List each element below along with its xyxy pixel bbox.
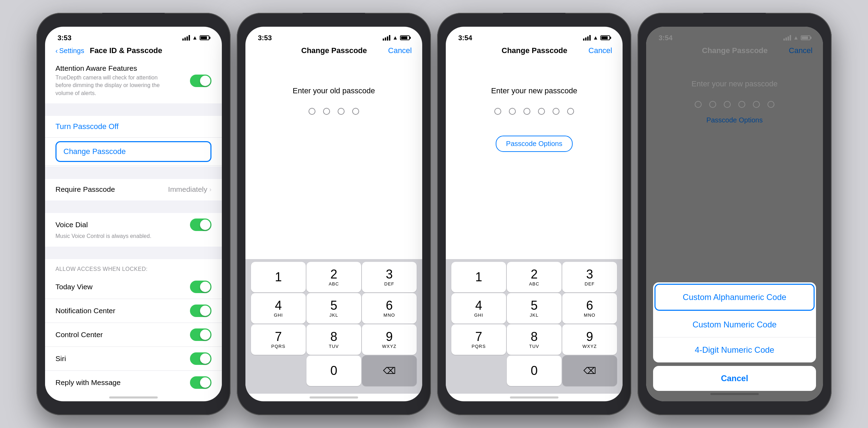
menu-item-4digit[interactable]: 4-Digit Numeric Code	[653, 337, 816, 362]
key-1[interactable]: 1	[451, 262, 506, 292]
key-num: 4	[275, 299, 282, 312]
menu-item-custom-numeric[interactable]: Custom Numeric Code	[653, 312, 816, 337]
key-9[interactable]: 9WXYZ	[562, 324, 617, 355]
key-num: 1	[475, 271, 482, 283]
require-label: Require Passcode	[55, 185, 115, 194]
notification-center-toggle[interactable]	[190, 305, 211, 317]
key-0[interactable]: 0	[306, 356, 361, 386]
keypad-row-2: 4GHI 5JKL 6MNO	[446, 293, 623, 324]
key-8[interactable]: 8TUV	[507, 324, 562, 355]
key-num: 3	[386, 268, 393, 281]
battery-fill-3	[601, 36, 608, 39]
notch-3	[503, 13, 565, 25]
dot	[309, 108, 315, 115]
key-6[interactable]: 6MNO	[562, 293, 617, 324]
cancel-button-3[interactable]: Cancel	[589, 46, 612, 55]
key-num: 5	[531, 299, 538, 312]
home-indicator-3	[510, 396, 558, 399]
menu-cancel-button[interactable]: Cancel	[653, 366, 816, 391]
battery-fill-1	[201, 36, 207, 39]
notch-1	[102, 13, 165, 25]
key-delete[interactable]: ⌫	[362, 356, 417, 386]
notch-2	[303, 13, 365, 25]
row-control-center: Control Center	[45, 323, 222, 347]
key-7[interactable]: 7PQRS	[251, 324, 306, 355]
key-letters: WXYZ	[582, 344, 597, 349]
row-reply-message: Reply with Message	[45, 371, 222, 394]
key-letters: TUV	[529, 344, 539, 349]
key-2[interactable]: 2ABC	[507, 262, 562, 292]
key-empty	[451, 356, 506, 386]
keypad-row-4: 0 ⌫	[245, 356, 422, 386]
change-passcode-link[interactable]: Change Passcode	[55, 141, 211, 162]
time-1: 3:53	[58, 34, 71, 42]
phone-4: 3:54 ▲	[637, 13, 832, 415]
back-button[interactable]: ‹ Settings	[55, 47, 84, 55]
divider-1	[45, 103, 222, 116]
key-0[interactable]: 0	[507, 356, 562, 386]
key-num: 5	[330, 299, 337, 312]
key-letters: DEF	[585, 281, 595, 286]
signal-bar	[182, 38, 184, 41]
row-require-passcode[interactable]: Require Passcode Immediately ›	[45, 179, 222, 200]
signal-bar	[587, 36, 589, 41]
cancel-button-2[interactable]: Cancel	[388, 46, 412, 55]
section-passcode: Turn Passcode Off Change Passcode	[45, 116, 222, 166]
attention-toggle[interactable]	[190, 75, 211, 87]
battery-fill-2	[401, 36, 407, 39]
key-4[interactable]: 4GHI	[451, 293, 506, 324]
key-letters: GHI	[474, 313, 483, 318]
dot	[509, 108, 516, 115]
turn-passcode-off-row[interactable]: Turn Passcode Off	[45, 116, 222, 138]
status-icons-3: ▲	[583, 35, 610, 41]
passcode-options-button-3[interactable]: Passcode Options	[496, 136, 573, 152]
key-3[interactable]: 3DEF	[562, 262, 617, 292]
control-center-toggle[interactable]	[190, 328, 211, 341]
signal-bar	[389, 35, 390, 41]
signal-bar	[186, 36, 188, 41]
key-3[interactable]: 3DEF	[362, 262, 417, 292]
row-content: Attention Aware Features TrueDepth camer…	[55, 64, 173, 97]
key-letters: MNO	[584, 313, 595, 318]
key-letters: GHI	[274, 313, 283, 318]
voice-dial-toggle[interactable]	[190, 219, 211, 231]
key-8[interactable]: 8TUV	[306, 324, 361, 355]
dot	[352, 108, 359, 115]
key-num: 6	[586, 299, 593, 312]
key-5[interactable]: 5JKL	[306, 293, 361, 324]
key-delete[interactable]: ⌫	[562, 356, 617, 386]
siri-toggle[interactable]	[190, 352, 211, 365]
row-siri: Siri	[45, 347, 222, 371]
key-letters: DEF	[384, 281, 394, 286]
dot	[567, 108, 574, 115]
key-5[interactable]: 5JKL	[507, 293, 562, 324]
key-6[interactable]: 6MNO	[362, 293, 417, 324]
passcode-title-2: Change Passcode	[301, 46, 367, 55]
key-1[interactable]: 1	[251, 262, 306, 292]
home-indicator-1	[109, 396, 158, 399]
chevron-icon: ›	[209, 186, 211, 193]
key-7[interactable]: 7PQRS	[451, 324, 506, 355]
key-2[interactable]: 2ABC	[306, 262, 361, 292]
screen-4: 3:54 ▲	[646, 27, 823, 401]
signal-bar	[387, 36, 388, 41]
back-label[interactable]: Settings	[59, 47, 84, 55]
reply-message-toggle[interactable]	[190, 376, 211, 389]
keypad-row-3: 7PQRS 8TUV 9WXYZ	[446, 324, 623, 355]
today-view-toggle[interactable]	[190, 281, 211, 293]
change-passcode-row[interactable]: Change Passcode	[45, 138, 222, 166]
battery-2	[400, 35, 410, 40]
menu-item-alphanumeric[interactable]: Custom Alphanumeric Code	[654, 284, 815, 311]
status-icons-1: ▲	[182, 35, 209, 41]
key-9[interactable]: 9WXYZ	[362, 324, 417, 355]
today-view-label: Today View	[55, 283, 93, 291]
turn-passcode-off-link[interactable]: Turn Passcode Off	[55, 122, 119, 131]
divider-4	[45, 247, 222, 259]
key-4[interactable]: 4GHI	[251, 293, 306, 324]
divider-3	[45, 200, 222, 213]
key-num: 6	[386, 299, 393, 312]
settings-content: Attention Aware Features TrueDepth camer…	[45, 59, 222, 394]
keypad-row-1: 1 2ABC 3DEF	[245, 262, 422, 292]
voice-dial-row-inner: Voice Dial	[55, 219, 211, 231]
siri-label: Siri	[55, 354, 66, 363]
